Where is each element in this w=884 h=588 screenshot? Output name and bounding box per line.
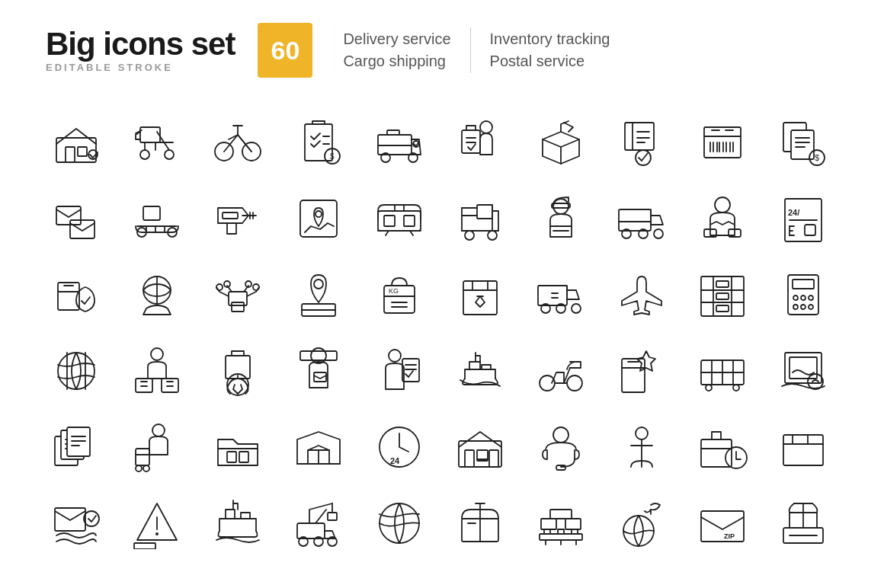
svg-rect-170 (227, 452, 236, 462)
category-delivery: Delivery service (343, 30, 450, 48)
icon-warehouse (38, 104, 114, 181)
svg-rect-125 (136, 379, 152, 392)
main-title: Big icons set (46, 28, 235, 60)
icon-mailbox (442, 485, 518, 561)
icon-price-gun (200, 181, 276, 257)
icon-location-box (280, 257, 357, 333)
icon-calculator (765, 257, 841, 333)
icon-map-location (280, 181, 357, 257)
subtitle: EDITABLE STROKE (46, 62, 235, 73)
svg-rect-113 (716, 293, 729, 299)
icon-folder-files (200, 409, 276, 485)
cat-col-2: Inventory tracking Postal service (490, 30, 610, 70)
icon-package-time (684, 409, 761, 485)
categories: Delivery service Cargo shipping Inventor… (343, 27, 610, 73)
svg-point-5 (140, 150, 149, 159)
svg-rect-182 (556, 465, 565, 470)
svg-rect-82 (805, 225, 815, 235)
svg-point-29 (636, 150, 651, 165)
icon-stamp-sea (765, 333, 841, 409)
svg-rect-107 (701, 276, 744, 316)
svg-point-67 (488, 231, 497, 240)
svg-point-122 (809, 305, 813, 309)
header: Big icons set EDITABLE STROKE 60 Deliver… (0, 0, 884, 93)
icon-scale-platform (765, 485, 841, 561)
svg-rect-141 (482, 365, 491, 369)
svg-point-181 (553, 427, 569, 443)
count-badge: 60 (258, 23, 312, 78)
svg-rect-48 (143, 206, 160, 220)
icon-warehouse-shelves (684, 257, 761, 333)
divider (470, 27, 471, 73)
svg-point-58 (315, 211, 322, 217)
svg-rect-206 (544, 529, 550, 534)
icon-doc-certified (604, 104, 680, 181)
svg-rect-46 (56, 206, 81, 225)
icon-globe-hand (119, 257, 195, 333)
icon-forklift (442, 181, 518, 257)
svg-rect-4 (140, 127, 160, 142)
icon-driver (684, 181, 761, 257)
icon-worker-checklist (361, 333, 437, 409)
icon-box-star (604, 333, 680, 409)
svg-point-118 (801, 296, 806, 300)
icon-map-location-2 (38, 333, 114, 409)
icon-pallets-boxes (523, 485, 599, 561)
svg-rect-208 (572, 529, 578, 534)
svg-point-66 (465, 231, 474, 240)
svg-rect-2 (78, 147, 87, 156)
svg-point-106 (572, 304, 581, 313)
icons-grid: $ (0, 97, 884, 569)
svg-rect-114 (716, 305, 729, 312)
icon-24hr: 24/ (765, 181, 841, 257)
svg-rect-102 (463, 281, 497, 315)
svg-rect-210 (565, 519, 581, 529)
svg-point-152 (706, 385, 712, 391)
svg-point-117 (793, 296, 798, 300)
title-block: Big icons set EDITABLE STROKE (46, 28, 235, 73)
svg-rect-193 (226, 510, 235, 519)
svg-point-183 (636, 427, 648, 439)
icon-fragile-box (442, 257, 518, 333)
icon-kg-scale: KG (361, 257, 437, 333)
svg-text:$: $ (815, 153, 819, 162)
icon-mail-envelope (38, 181, 114, 257)
icon-truck (604, 181, 680, 257)
svg-rect-17 (387, 130, 399, 135)
icon-warehouse-large (442, 409, 518, 485)
icon-delivery-truck-2 (523, 257, 599, 333)
icon-scooter (523, 333, 599, 409)
svg-rect-211 (550, 510, 572, 519)
svg-rect-187 (783, 435, 823, 465)
svg-rect-171 (239, 452, 248, 462)
svg-point-133 (311, 348, 326, 363)
svg-rect-65 (477, 205, 492, 219)
icon-checklist: $ (280, 104, 357, 181)
svg-point-124 (151, 348, 163, 360)
svg-point-119 (809, 296, 813, 300)
svg-point-120 (793, 305, 798, 309)
svg-rect-134 (300, 351, 337, 360)
svg-rect-200 (328, 513, 337, 520)
svg-point-191 (155, 532, 159, 535)
icon-van (361, 104, 437, 181)
svg-point-166 (152, 424, 165, 436)
icon-cargo-sea (200, 485, 276, 561)
svg-point-6 (165, 150, 174, 159)
icon-zip-mail: ZIP (684, 485, 761, 561)
icon-globe-delivery (361, 485, 437, 561)
svg-point-143 (540, 375, 555, 391)
svg-rect-93 (232, 302, 244, 312)
icon-box-recycle (200, 333, 276, 409)
svg-text:ZIP: ZIP (724, 532, 735, 540)
svg-text:24/: 24/ (788, 208, 799, 217)
svg-point-156 (808, 374, 823, 389)
category-cargo: Cargo shipping (343, 53, 450, 70)
icon-bike-delivery (119, 104, 195, 181)
svg-point-74 (654, 229, 663, 238)
icon-package-shield (38, 257, 114, 333)
svg-point-169 (143, 465, 149, 471)
svg-point-90 (253, 284, 259, 290)
svg-rect-137 (402, 359, 419, 382)
svg-text:24: 24 (390, 456, 400, 465)
